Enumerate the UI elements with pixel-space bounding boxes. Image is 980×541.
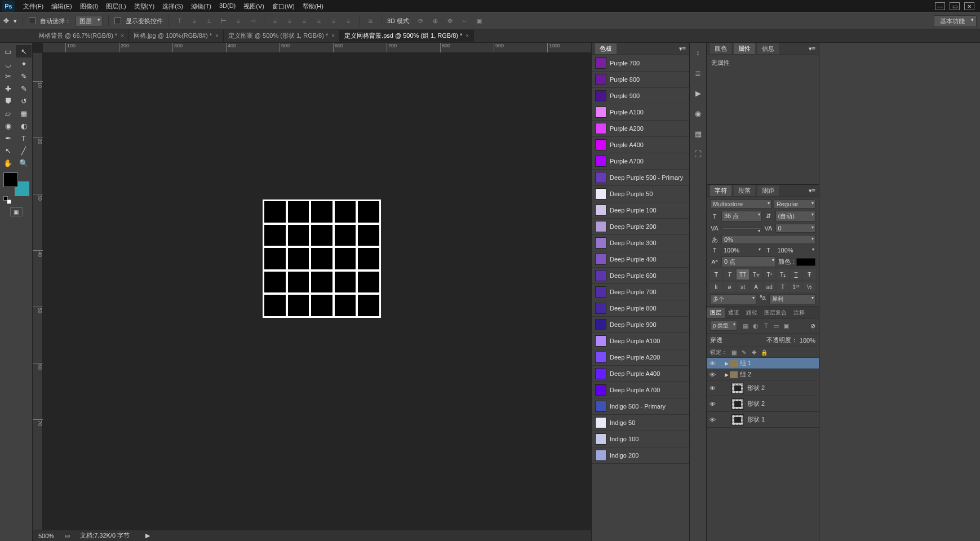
- disclosure-icon[interactable]: ▶: [725, 372, 729, 378]
- properties-tab[interactable]: 属性: [734, 43, 755, 54]
- info-icon[interactable]: ▦: [692, 127, 704, 140]
- baseline-field[interactable]: 0 点: [721, 256, 776, 267]
- pct-field[interactable]: 0%: [721, 235, 815, 244]
- 3d-slide-icon[interactable]: ↔: [459, 16, 469, 26]
- status-arrow-icon[interactable]: ▶: [145, 532, 150, 539]
- filter-type-icon[interactable]: T: [762, 322, 770, 330]
- allcaps-button[interactable]: TT: [737, 269, 749, 280]
- color-well[interactable]: [3, 172, 29, 196]
- auto-select-target[interactable]: 图层: [76, 16, 103, 26]
- swatch-item[interactable]: Deep Purple 600: [592, 268, 689, 284]
- path-select-tool[interactable]: ↖: [0, 144, 16, 157]
- swatch-item[interactable]: Deep Purple A100: [592, 333, 689, 349]
- paths-tab[interactable]: 路径: [743, 308, 761, 318]
- workspace-switcher[interactable]: 基本功能: [934, 15, 977, 27]
- visibility-toggle[interactable]: 👁: [707, 401, 718, 407]
- filter-shape-icon[interactable]: ▭: [772, 322, 780, 330]
- swatches-menu-icon[interactable]: ▾≡: [679, 45, 686, 52]
- notes-tab[interactable]: 注释: [790, 308, 808, 318]
- lang-field[interactable]: 多个: [710, 294, 756, 304]
- lock-pixels-icon[interactable]: ▦: [730, 349, 737, 356]
- auto-select-checkbox[interactable]: [29, 17, 36, 24]
- document-tab[interactable]: 定义图案 @ 500% (形状 1, RGB/8) *×: [224, 30, 340, 42]
- zoom-tool[interactable]: 🔍: [16, 157, 32, 169]
- opentype-half[interactable]: ½: [803, 282, 815, 292]
- 3d-pan-icon[interactable]: ✥: [445, 16, 455, 26]
- character-tab[interactable]: 字符: [710, 185, 731, 196]
- font-size-field[interactable]: 36 点: [721, 211, 762, 221]
- aa-field[interactable]: 犀利: [769, 294, 815, 304]
- menu-item[interactable]: 编辑(E): [47, 1, 76, 12]
- lock-brush-icon[interactable]: ✎: [740, 349, 747, 356]
- lock-all-icon[interactable]: 🔒: [761, 349, 768, 356]
- menu-item[interactable]: 图像(I): [76, 1, 102, 12]
- swatch-item[interactable]: Purple 800: [592, 72, 689, 88]
- eraser-tool[interactable]: ▱: [0, 107, 16, 119]
- text-color-swatch[interactable]: [796, 258, 815, 266]
- swatch-item[interactable]: Purple A100: [592, 104, 689, 121]
- menu-item[interactable]: 文件(F): [19, 1, 47, 12]
- minimize-button[interactable]: —: [935, 2, 945, 10]
- type-tool[interactable]: T: [16, 132, 32, 144]
- paragraph-tab[interactable]: 段落: [734, 185, 755, 196]
- align-top-icon[interactable]: ⊤: [175, 16, 185, 26]
- lock-move-icon[interactable]: ✥: [751, 349, 757, 356]
- opentype-a[interactable]: A: [750, 282, 762, 292]
- swatch-item[interactable]: Purple A400: [592, 137, 689, 153]
- bold-button[interactable]: T: [710, 269, 722, 280]
- align-left-icon[interactable]: ⊢: [219, 16, 229, 26]
- document-tab[interactable]: 网格背景 @ 66.7%(RGB/8) *×: [34, 30, 129, 42]
- opentype-fi[interactable]: fi: [710, 282, 722, 292]
- swatch-item[interactable]: Deep Purple 200: [592, 219, 689, 235]
- subscript-button[interactable]: T₁: [777, 269, 789, 280]
- smallcaps-button[interactable]: Tᴛ: [750, 269, 762, 280]
- close-button[interactable]: ✕: [964, 2, 974, 10]
- hand-tool[interactable]: ✋: [0, 157, 16, 169]
- menu-item[interactable]: 选择(S): [158, 1, 187, 12]
- font-family-field[interactable]: Multicolore: [710, 199, 771, 209]
- font-style-field[interactable]: Regular: [774, 199, 815, 209]
- visibility-toggle[interactable]: 👁: [707, 416, 718, 423]
- tool-preset-dropdown[interactable]: ▾: [14, 17, 17, 25]
- lasso-tool[interactable]: ◡: [0, 57, 16, 70]
- menu-item[interactable]: 滤镜(T): [187, 1, 215, 12]
- filter-pixel-icon[interactable]: ▦: [742, 322, 750, 330]
- menu-item[interactable]: 帮助(H): [299, 1, 327, 12]
- document-tab[interactable]: 定义网格背景.psd @ 500% (组 1, RGB/8) *×: [340, 30, 474, 42]
- move-tool[interactable]: ↖: [16, 45, 32, 57]
- swatch-item[interactable]: Purple 900: [592, 88, 689, 104]
- actions-icon[interactable]: ≣: [692, 66, 704, 79]
- swatches-tab[interactable]: 色板: [595, 43, 617, 54]
- line-tool[interactable]: ╱: [16, 144, 32, 157]
- opentype-t[interactable]: T: [777, 282, 789, 292]
- filter-adjust-icon[interactable]: ◐: [752, 322, 760, 330]
- foreground-color[interactable]: [3, 172, 18, 187]
- disclosure-icon[interactable]: ▶: [725, 361, 729, 366]
- maximize-button[interactable]: ▭: [950, 2, 960, 10]
- underline-button[interactable]: T: [790, 269, 802, 280]
- brush-tool[interactable]: ✎: [16, 82, 32, 95]
- layer-group-row[interactable]: 👁▶组 1: [707, 358, 819, 369]
- swatch-item[interactable]: Deep Purple 400: [592, 251, 689, 268]
- hscale-field[interactable]: 100%: [775, 246, 816, 254]
- swatch-item[interactable]: Indigo 200: [592, 447, 689, 464]
- swatch-item[interactable]: Deep Purple 500 - Primary: [592, 170, 689, 186]
- swatch-item[interactable]: Deep Purple 100: [592, 202, 689, 219]
- zoom-level[interactable]: 500%: [38, 533, 54, 539]
- tab-close-icon[interactable]: ×: [331, 33, 335, 39]
- auto-align-icon[interactable]: ≋: [365, 16, 375, 26]
- pen-tool[interactable]: ✒: [0, 132, 16, 144]
- swatch-item[interactable]: Purple A700: [592, 153, 689, 170]
- blur-tool[interactable]: ◉: [0, 119, 16, 132]
- metrics-tab[interactable]: 测距: [757, 185, 779, 196]
- adjustments-icon[interactable]: ⛶: [692, 148, 704, 160]
- tracking-field[interactable]: 0: [775, 224, 816, 233]
- play-icon[interactable]: ▶: [692, 87, 704, 99]
- strike-button[interactable]: Ŧ: [803, 269, 815, 280]
- healing-tool[interactable]: ✚: [0, 82, 16, 95]
- 3d-roll-icon[interactable]: ⊕: [430, 16, 440, 26]
- swatch-item[interactable]: Deep Purple 700: [592, 284, 689, 300]
- distribute-bottom-icon[interactable]: ≡: [299, 16, 309, 26]
- channels-tab[interactable]: 通道: [725, 308, 743, 318]
- align-vcenter-icon[interactable]: ≡: [189, 16, 199, 26]
